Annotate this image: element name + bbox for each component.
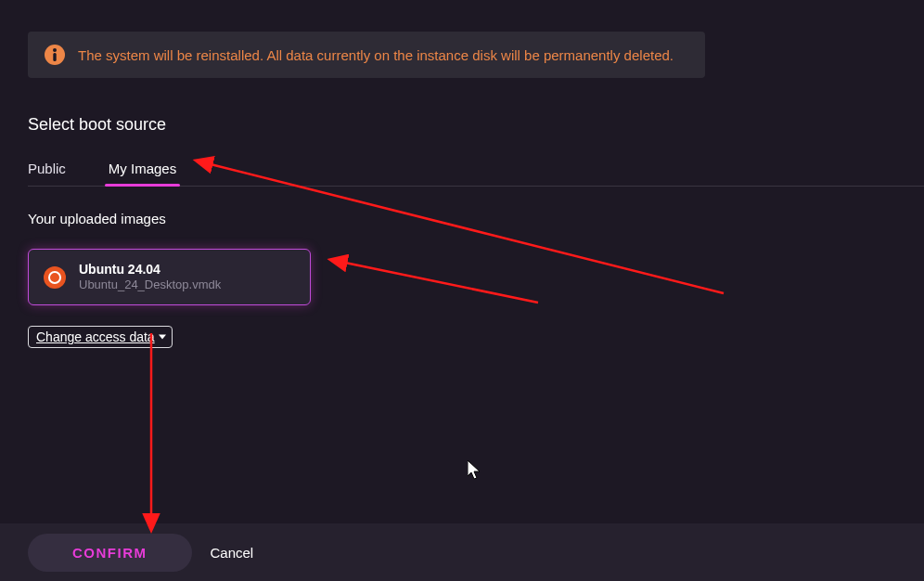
tab-public[interactable]: Public <box>28 161 66 186</box>
confirm-button[interactable]: CONFIRM <box>28 534 192 572</box>
cancel-button[interactable]: Cancel <box>211 545 254 561</box>
footer-actions: CONFIRM Cancel <box>0 523 924 581</box>
warning-text: The system will be reinstalled. All data… <box>78 47 674 63</box>
image-name: Ubuntu 24.04 <box>79 261 221 278</box>
image-card-text: Ubuntu 24.04 Ubuntu_24_Desktop.vmdk <box>79 261 221 293</box>
image-file: Ubuntu_24_Desktop.vmdk <box>79 278 221 293</box>
svg-point-0 <box>53 48 57 52</box>
tab-my-images[interactable]: My Images <box>109 161 176 186</box>
warning-banner: The system will be reinstalled. All data… <box>28 32 705 78</box>
section-title: Select boot source <box>28 115 896 135</box>
mouse-cursor-icon <box>468 460 484 481</box>
svg-rect-1 <box>53 53 56 61</box>
boot-source-tabs: Public My Images <box>28 161 924 187</box>
access-select-label: Change access data <box>36 329 155 344</box>
change-access-data-select[interactable]: Change access data <box>28 326 173 348</box>
uploaded-images-title: Your uploaded images <box>28 211 896 226</box>
image-card-ubuntu[interactable]: Ubuntu 24.04 Ubuntu_24_Desktop.vmdk <box>28 249 311 305</box>
ubuntu-icon <box>44 266 66 289</box>
warning-icon <box>45 45 65 65</box>
